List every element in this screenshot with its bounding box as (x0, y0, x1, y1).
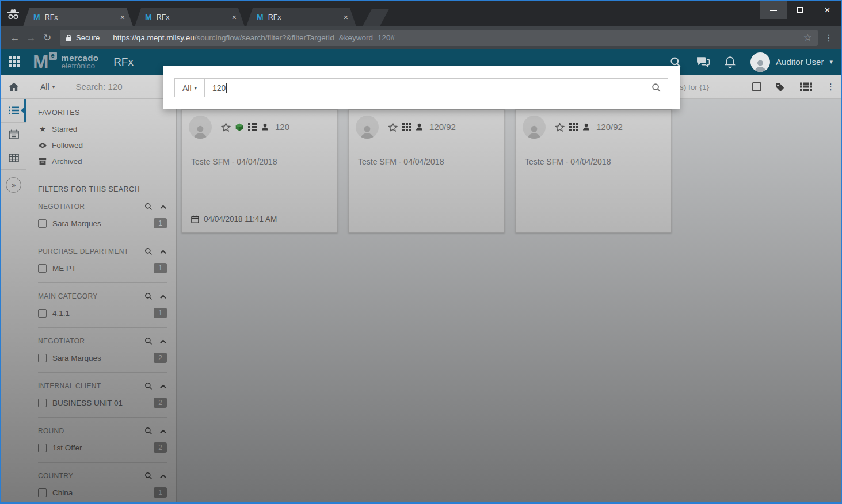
minimize-icon (770, 10, 777, 11)
new-tab-button[interactable] (363, 9, 388, 26)
user-name: Auditor User (776, 57, 824, 67)
tab-close-icon[interactable]: × (341, 12, 350, 22)
user-menu[interactable]: Auditor User ▾ (750, 52, 833, 72)
overlay-scope-dropdown[interactable]: All▾ (175, 79, 205, 97)
logo-m-mark: Me (33, 54, 56, 71)
url-path: /sourcingflow/search/filter?&filterTarge… (195, 33, 395, 42)
page-title: RFx (113, 56, 134, 68)
search-overlay-panel: All▾ 120 (163, 66, 680, 109)
lock-icon (66, 34, 72, 42)
brand-line2: eletrônico (62, 62, 99, 70)
security-label: Secure (76, 33, 100, 42)
back-button[interactable]: ← (7, 32, 23, 44)
tab-close-icon[interactable]: × (230, 12, 239, 22)
url-origin: https://qa.mept.miisy.eu (113, 33, 195, 42)
overlay-search-input[interactable]: 120 (212, 83, 227, 93)
overlay-search-icon[interactable] (651, 83, 661, 93)
brand-text: mercado eletrônico (62, 54, 99, 71)
tab-title: RFx (157, 13, 230, 21)
omnibox-divider (106, 33, 106, 43)
maximize-icon (797, 7, 803, 13)
tab-close-icon[interactable]: × (118, 12, 127, 22)
tab-favicon-icon: M (145, 13, 152, 22)
notifications-bell-icon[interactable] (725, 56, 736, 68)
tab-strip: M RFx × M RFx × M RFx × (23, 8, 384, 26)
logo-e-badge: e (49, 52, 57, 60)
tab-favicon-icon: M (257, 13, 264, 22)
tab-favicon-icon: M (33, 13, 40, 22)
text-cursor (226, 83, 227, 93)
close-window-button[interactable]: × (814, 1, 841, 19)
brand-line1: mercado (62, 54, 99, 63)
forward-button[interactable]: → (23, 32, 39, 44)
incognito-icon (6, 9, 20, 20)
chevron-down-icon: ▾ (195, 85, 197, 91)
address-bar[interactable]: Secure https://qa.mept.miisy.eu/sourcing… (60, 30, 818, 46)
modal-backdrop[interactable] (1, 75, 841, 502)
chat-icon[interactable] (696, 56, 710, 67)
header-actions: Auditor User ▾ (670, 52, 833, 72)
browser-tab-2[interactable]: M RFx × (135, 8, 245, 26)
tab-title: RFx (45, 13, 118, 21)
chevron-down-icon: ▾ (829, 58, 833, 66)
browser-menu-icon[interactable]: ⋮ (822, 32, 835, 43)
minimize-button[interactable] (760, 1, 787, 19)
maximize-button[interactable] (787, 1, 814, 19)
browser-tab-1[interactable]: M RFx × (23, 8, 133, 26)
url-text: https://qa.mept.miisy.eu/sourcingflow/se… (113, 33, 799, 42)
bookmark-star-icon[interactable]: ☆ (803, 32, 812, 44)
tab-title: RFx (268, 13, 341, 21)
search-input-group: All▾ 120 (174, 78, 668, 97)
apps-grid-icon[interactable] (9, 56, 20, 67)
mercado-eletronico-logo[interactable]: Me mercado eletrônico (33, 54, 98, 71)
refresh-button[interactable]: ↻ (39, 32, 55, 44)
user-avatar (750, 52, 770, 72)
browser-tab-3[interactable]: M RFx × (246, 8, 356, 26)
browser-titlebar: M RFx × M RFx × M RFx × × (1, 1, 841, 26)
browser-window: M RFx × M RFx × M RFx × × ← → ↻ (0, 0, 842, 504)
window-controls: × (760, 1, 841, 19)
browser-addressbar: ← → ↻ Secure https://qa.mept.miisy.eu/so… (1, 26, 841, 49)
